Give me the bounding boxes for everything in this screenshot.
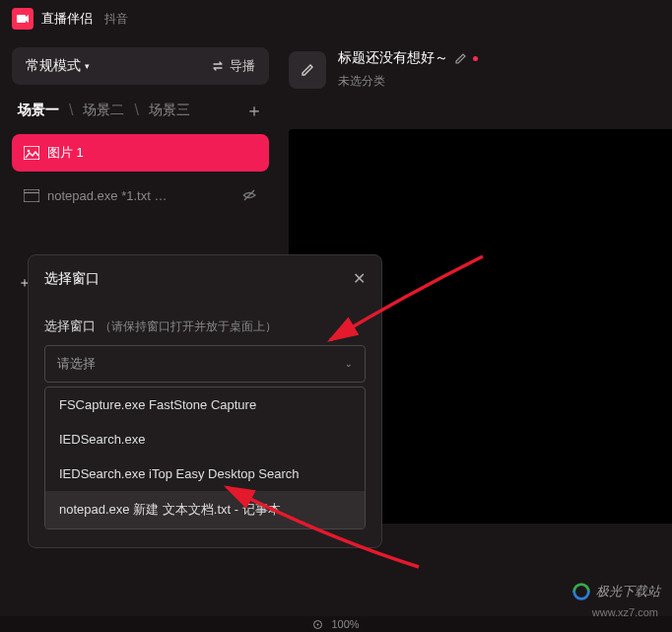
select-window-dialog: 选择窗口 ✕ 选择窗口 （请保持窗口打开并放于桌面上） 请选择 ⌄ FSCapt… xyxy=(28,254,382,548)
app-logo-icon xyxy=(12,8,34,30)
dialog-title: 选择窗口 xyxy=(44,270,100,288)
edit-icon xyxy=(300,62,315,78)
chevron-down-icon: ⌄ xyxy=(345,359,353,369)
window-select[interactable]: 请选择 ⌄ xyxy=(44,345,366,383)
svg-point-7 xyxy=(317,623,319,625)
source-item-window[interactable]: notepad.exe *1.txt … xyxy=(12,177,269,213)
target-icon[interactable] xyxy=(312,619,323,630)
watermark-text: 极光下载站 xyxy=(596,583,660,600)
edit-title-button[interactable] xyxy=(289,51,326,89)
mode-label: 常规模式 xyxy=(26,57,81,75)
window-dropdown: FSCapture.exe FastStone Capture IEDSearc… xyxy=(44,386,366,529)
hidden-icon[interactable] xyxy=(241,187,257,203)
svg-line-5 xyxy=(244,190,254,200)
scene-tabs: 场景一 \ 场景二 \ 场景三 ＋ xyxy=(12,89,269,134)
chevron-down-icon: ▾ xyxy=(85,61,90,71)
titlebar: 直播伴侣 抖音 xyxy=(0,0,672,37)
svg-rect-0 xyxy=(17,15,26,23)
window-icon xyxy=(24,189,39,202)
app-title: 直播伴侣 xyxy=(41,10,93,28)
watermark-logo-icon xyxy=(571,581,592,602)
zoom-level: 100% xyxy=(331,618,359,630)
source-label: notepad.exe *1.txt … xyxy=(47,188,167,203)
pencil-icon[interactable] xyxy=(454,52,467,65)
stream-title: 标题还没有想好～ xyxy=(338,49,448,67)
svg-point-2 xyxy=(28,150,31,153)
dropdown-option[interactable]: notepad.exe 新建 文本文档.txt - 记事本 xyxy=(45,491,365,528)
mode-selector[interactable]: 常规模式 ▾ 导播 xyxy=(12,47,269,85)
watermark: 极光下载站 xyxy=(571,581,660,602)
app-subtitle: 抖音 xyxy=(104,11,128,28)
select-placeholder: 请选择 xyxy=(57,355,96,373)
dropdown-option[interactable]: IEDSearch.exe xyxy=(45,422,365,456)
dialog-label: 选择窗口 xyxy=(44,318,96,333)
image-icon xyxy=(24,146,39,160)
source-item-image[interactable]: 图片 1 xyxy=(12,134,269,172)
source-label: 图片 1 xyxy=(47,144,84,162)
dialog-hint: （请保持窗口打开并放于桌面上） xyxy=(100,319,277,333)
svg-rect-3 xyxy=(24,189,39,202)
stream-category[interactable]: 未选分类 xyxy=(338,73,478,90)
add-scene-button[interactable]: ＋ xyxy=(245,99,263,122)
swap-button[interactable]: 导播 xyxy=(212,57,255,75)
dropdown-option[interactable]: FSCapture.exe FastStone Capture xyxy=(45,387,365,422)
tab-scene-2[interactable]: 场景二 xyxy=(83,102,124,119)
swap-icon xyxy=(212,59,226,73)
bottom-toolbar: 100% xyxy=(0,616,672,632)
close-icon[interactable]: ✕ xyxy=(353,269,366,288)
tab-scene-3[interactable]: 场景三 xyxy=(149,102,190,119)
notification-dot-icon xyxy=(473,56,478,61)
dropdown-option[interactable]: IEDSearch.exe iTop Easy Desktop Search xyxy=(45,456,365,491)
tab-scene-1[interactable]: 场景一 xyxy=(18,102,59,119)
